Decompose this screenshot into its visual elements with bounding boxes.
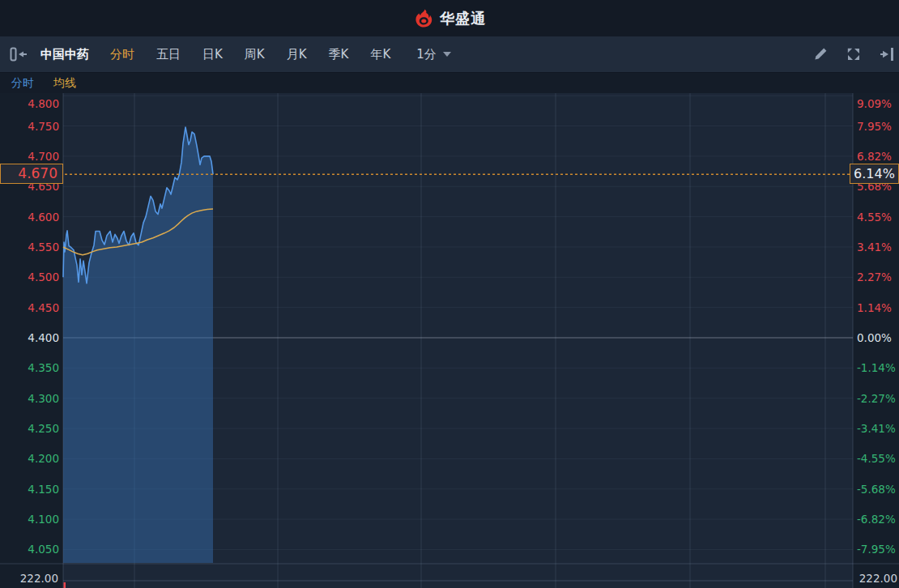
price-axis-label: 4.550 bbox=[0, 240, 59, 254]
volume-scale-label-right: 222.00 bbox=[842, 572, 897, 585]
price-axis-label: 4.100 bbox=[0, 512, 59, 526]
app-logo-text: 华盛通 bbox=[440, 9, 486, 28]
volume-scale-label-left: 222.00 bbox=[0, 572, 58, 585]
period-tab[interactable]: 月K bbox=[287, 47, 307, 62]
percent-axis-label: 7.95% bbox=[857, 119, 899, 134]
percent-axis-label: 9.09% bbox=[857, 96, 899, 111]
period-tab[interactable]: 年K bbox=[370, 47, 390, 62]
price-axis-label: 4.050 bbox=[0, 542, 59, 556]
price-axis-label: 4.300 bbox=[0, 391, 59, 406]
price-axis-label: 4.250 bbox=[0, 421, 59, 436]
price-axis-label: 4.150 bbox=[0, 482, 59, 496]
percent-axis-label: -3.41% bbox=[857, 421, 899, 436]
chart-svg bbox=[0, 93, 899, 588]
period-tab[interactable]: 周K bbox=[245, 47, 265, 62]
app-window: 华盛通 中国中药 分时五日日K周K月K季K年K 1分 bbox=[0, 0, 899, 588]
percent-axis-label: -4.55% bbox=[857, 451, 899, 466]
price-axis-label: 4.500 bbox=[0, 270, 59, 284]
open-panel-right-icon[interactable] bbox=[880, 47, 897, 62]
period-tabs: 分时五日日K周K月K季K年K bbox=[110, 47, 390, 62]
draw-pencil-icon[interactable] bbox=[813, 47, 828, 62]
indicator-tab[interactable]: 均线 bbox=[53, 76, 76, 91]
chart-toolbar: 中国中药 分时五日日K周K月K季K年K 1分 bbox=[0, 36, 899, 73]
chevron-down-icon bbox=[443, 52, 451, 57]
percent-axis-label: 1.14% bbox=[857, 300, 899, 315]
price-axis-label: 4.350 bbox=[0, 360, 59, 375]
interval-dropdown[interactable]: 1分 bbox=[416, 47, 451, 62]
top-title-bar: 华盛通 bbox=[0, 0, 899, 36]
price-axis-label: 4.200 bbox=[0, 451, 59, 466]
app-logo: 华盛通 bbox=[413, 9, 486, 28]
price-axis-label: 4.450 bbox=[0, 300, 59, 315]
period-tab[interactable]: 五日 bbox=[156, 47, 181, 62]
price-axis-label: 4.600 bbox=[0, 210, 59, 224]
price-axis-label: 4.750 bbox=[0, 119, 59, 134]
percent-axis-label: 2.27% bbox=[857, 270, 899, 284]
toolbar-right-icons bbox=[813, 46, 891, 62]
percent-axis-label: -5.68% bbox=[857, 482, 899, 496]
percent-axis-label: 3.41% bbox=[857, 240, 899, 254]
percent-axis-label: -2.27% bbox=[857, 391, 899, 406]
price-axis-label: 4.400 bbox=[0, 330, 59, 345]
percent-axis-label: 0.00% bbox=[857, 330, 899, 345]
interval-selected-label: 1分 bbox=[416, 47, 437, 62]
collapse-panel-icon[interactable] bbox=[10, 47, 28, 62]
percent-axis-label: 6.82% bbox=[857, 149, 899, 164]
percent-axis-label: -7.95% bbox=[857, 542, 899, 556]
period-tab[interactable]: 分时 bbox=[110, 47, 134, 62]
current-price-tag: 4.670 bbox=[0, 164, 63, 184]
price-axis-label: 4.800 bbox=[0, 96, 59, 111]
current-percent-tag: 6.14% bbox=[850, 164, 899, 184]
percent-axis-label: -1.14% bbox=[857, 360, 899, 375]
indicator-tab[interactable]: 分时 bbox=[11, 76, 34, 91]
flame-logo-icon bbox=[413, 9, 434, 28]
percent-axis-label: -6.82% bbox=[857, 512, 899, 526]
indicator-tabs: 分时均线 bbox=[0, 73, 899, 93]
stock-name[interactable]: 中国中药 bbox=[40, 47, 89, 62]
minute-chart[interactable]: 4.8004.7504.7004.6504.6004.5504.5004.450… bbox=[0, 93, 899, 588]
percent-axis-label: 4.55% bbox=[857, 210, 899, 224]
period-tab[interactable]: 季K bbox=[329, 47, 349, 62]
period-tab[interactable]: 日K bbox=[202, 47, 223, 62]
fullscreen-icon[interactable] bbox=[846, 46, 862, 62]
price-axis-label: 4.700 bbox=[0, 149, 59, 164]
